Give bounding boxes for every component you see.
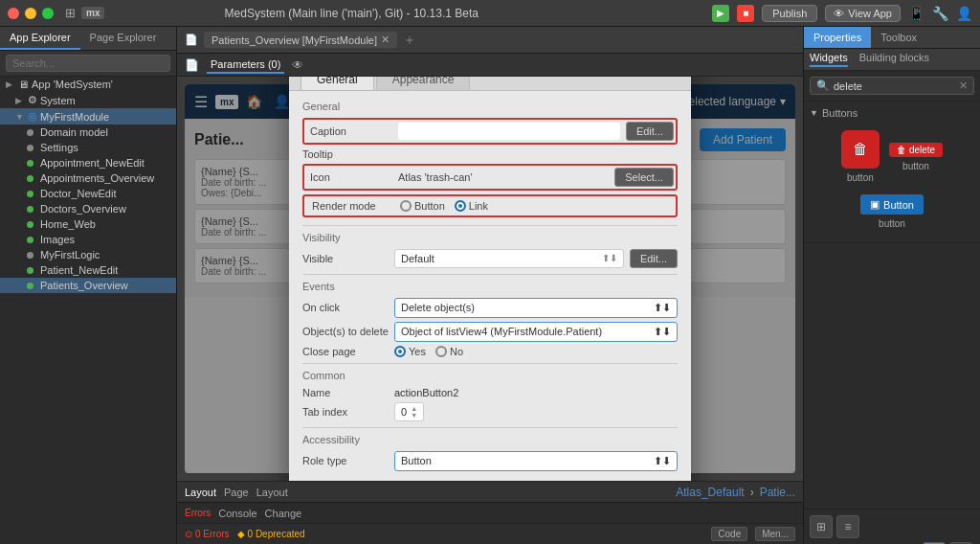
tools-icon[interactable]: 🔧 — [932, 6, 948, 21]
right-search-input[interactable] — [834, 80, 955, 92]
code-button[interactable]: Code — [711, 527, 747, 541]
bottom-tabs: Layout Page Layout Atlas_Default › Patie… — [177, 481, 803, 502]
close-yes-radio[interactable]: Yes — [394, 346, 426, 357]
run-button[interactable]: ▶ — [712, 5, 729, 22]
stop-button[interactable]: ■ — [737, 5, 754, 22]
sidebar-item-home-web[interactable]: Home_Web — [0, 216, 176, 232]
close-no-radio[interactable]: No — [435, 346, 463, 357]
widgets-subtab[interactable]: Widgets — [810, 52, 848, 67]
bottom-tab-layout2[interactable]: Layout — [256, 487, 288, 498]
view-app-button[interactable]: 👁 View App — [825, 5, 901, 22]
subtab-parameters[interactable]: Parameters (0) — [207, 57, 284, 74]
toolbox-tab[interactable]: Toolbox — [871, 27, 926, 48]
properties-tab[interactable]: Properties — [804, 27, 871, 48]
visible-edit-button[interactable]: Edit... — [630, 249, 678, 268]
icon-select-button[interactable]: Select... — [614, 168, 674, 187]
sidebar-item-appointment-newedit[interactable]: Appointment_NewEdit — [0, 155, 176, 170]
role-type-dropdown[interactable]: Button ⬆⬇ — [394, 451, 678, 471]
sidebar-search-input[interactable] — [6, 55, 170, 72]
sidebar-item-domain-model[interactable]: Domain model — [0, 125, 176, 140]
page-icon-sub: 📄 — [185, 58, 199, 72]
dot-icon — [27, 283, 33, 289]
sidebar-item-myfirstlogic[interactable]: MyFirstLogic — [0, 247, 176, 262]
sidebar-item-patients-overview[interactable]: Patients_Overview — [0, 278, 176, 293]
error-count-label: 0 Errors — [195, 529, 230, 539]
sidebar-item-system[interactable]: ▶ ⚙ System — [0, 92, 176, 108]
modal-tab-appearance[interactable]: Appearance — [376, 77, 471, 90]
role-type-label: Role type — [302, 455, 389, 466]
building-blocks-subtab[interactable]: Building blocks — [859, 52, 929, 67]
sidebar-item-app[interactable]: ▶ 🖥 App 'MedSystem' — [0, 77, 176, 92]
render-link-radio[interactable]: Link — [455, 200, 488, 212]
minimize-button[interactable] — [25, 8, 36, 19]
publish-button[interactable]: Publish — [762, 5, 817, 22]
sidebar-item-appointments-overview[interactable]: Appointments_Overview — [0, 170, 176, 186]
dot-icon — [27, 160, 33, 167]
tab-index-row: Tab index 0 ▲ ▼ — [302, 402, 678, 421]
app-badge: mx — [81, 7, 104, 19]
role-type-value: Button — [401, 455, 432, 466]
visible-dropdown[interactable]: Default ⬆⬇ — [394, 249, 624, 268]
sidebar-item-myfirstmodule[interactable]: ▼ ◎ MyFirstModule — [0, 108, 176, 125]
delete-widget[interactable]: 🗑 delete button — [889, 143, 943, 171]
stepper-down[interactable]: ▼ — [411, 412, 417, 419]
clear-search-icon[interactable]: ✕ — [959, 79, 968, 92]
tree-label: MyFirstModule — [40, 111, 109, 123]
bottom-tab-page[interactable]: Page — [224, 487, 249, 498]
dot-icon — [27, 267, 33, 274]
trash-widget[interactable]: 🗑 button — [841, 130, 880, 183]
titlebar-icons: 📱 🔧 👤 — [908, 6, 972, 21]
bottom-tab-layout[interactable]: Layout — [185, 487, 216, 498]
change-tab[interactable]: Change — [265, 508, 302, 519]
tree-label: Doctor_NewEdit — [40, 188, 116, 199]
warn-count-label: 0 Deprecated — [248, 529, 305, 539]
render-button-radio[interactable]: Button — [400, 200, 445, 212]
caption-input[interactable] — [398, 123, 620, 140]
errors-tab[interactable]: Errors — [185, 508, 211, 518]
on-click-row: On click Delete object(s) ⬆⬇ — [302, 298, 678, 318]
sidebar-item-patient-newedit[interactable]: Patient_NewEdit — [0, 262, 176, 278]
tab-index-stepper[interactable]: 0 ▲ ▼ — [394, 402, 424, 421]
sidebar-tab-page-explorer[interactable]: Page Explorer — [80, 27, 167, 50]
sidebar-item-doctor-newedit[interactable]: Doctor_NewEdit — [0, 186, 176, 201]
delete-button-widget: 🗑 delete — [889, 143, 943, 157]
console-tab[interactable]: Console — [218, 508, 256, 519]
caption-label: Caption — [306, 125, 392, 137]
person-icon[interactable]: 👤 — [956, 6, 972, 21]
tree-label: Appointments_Overview — [40, 172, 154, 184]
maximize-button[interactable] — [42, 8, 54, 19]
tab-close-icon[interactable]: ✕ — [381, 34, 390, 46]
menu-button[interactable]: Men... — [755, 527, 795, 541]
phone-icon[interactable]: 📱 — [908, 6, 924, 21]
blue-button-widget[interactable]: ▣ Button button — [860, 194, 924, 229]
widget-row-2: ▣ Button button — [860, 194, 924, 229]
add-tab-button[interactable]: ＋ — [403, 32, 416, 49]
breadcrumb-atlas[interactable]: Atlas_Default — [676, 486, 744, 499]
eye-icon-sub[interactable]: 👁 — [292, 58, 303, 72]
sidebar-item-settings[interactable]: Settings — [0, 140, 176, 155]
list-view-button[interactable]: ≡ — [836, 515, 859, 538]
modal-tab-general[interactable]: General — [301, 77, 374, 90]
section-events: Events — [302, 281, 678, 292]
stepper-up[interactable]: ▲ — [411, 405, 417, 412]
tree-label: Appointment_NewEdit — [40, 157, 145, 169]
tooltip-row: Tooltip — [302, 148, 678, 160]
section-common: Common — [302, 370, 678, 381]
sidebar-tabs: App Explorer Page Explorer — [0, 27, 176, 51]
breadcrumb-patie[interactable]: Patie... — [760, 486, 795, 499]
name-value: actionButton2 — [394, 387, 458, 398]
delete-label: delete — [909, 145, 935, 155]
main-layout: App Explorer Page Explorer ▶ 🖥 App 'MedS… — [0, 27, 980, 544]
grid-icon: ⊞ — [65, 6, 76, 20]
on-click-dropdown[interactable]: Delete object(s) ⬆⬇ — [394, 298, 678, 318]
grid-view-button[interactable]: ⊞ — [810, 515, 833, 538]
radio-yes-dot — [394, 346, 406, 357]
name-label: Name — [302, 387, 389, 398]
sidebar-item-images[interactable]: Images — [0, 232, 176, 247]
close-button[interactable] — [8, 8, 19, 19]
sidebar-item-doctors-overview[interactable]: Doctors_Overview — [0, 201, 176, 216]
sidebar-tab-app-explorer[interactable]: App Explorer — [0, 27, 80, 50]
caption-edit-button[interactable]: Edit... — [626, 122, 674, 141]
center-tab[interactable]: Patients_Overview [MyFirstModule] ✕ — [204, 32, 397, 48]
objects-delete-dropdown[interactable]: Object of listView4 (MyFirstModule.Patie… — [394, 322, 678, 342]
